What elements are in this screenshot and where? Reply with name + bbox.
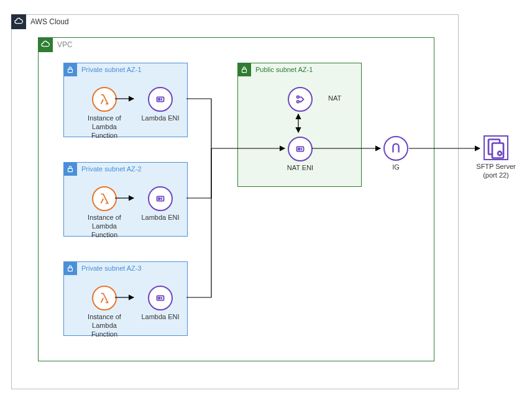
lambda-eni-node: Lambda ENI [135, 286, 185, 322]
eni-icon [148, 87, 173, 112]
lambda-instance-node: Instance ofLambda Function [80, 286, 129, 338]
lambda-icon [92, 87, 117, 112]
lambda-instance-node: Instance ofLambda Function [80, 186, 129, 239]
svg-point-5 [158, 198, 160, 200]
private-subnet-az1: Private subnet AZ-1 Instance ofLambda Fu… [63, 63, 188, 137]
aws-cloud-icon [11, 14, 26, 29]
node-label: Instance ofLambda Function [80, 214, 129, 239]
node-label: NAT ENI [287, 164, 313, 173]
subnet-label: Private subnet AZ-2 [81, 165, 142, 173]
nat-icon [288, 87, 313, 112]
node-label: Instance ofLambda Function [80, 114, 129, 140]
lambda-eni-node: Lambda ENI [135, 87, 185, 123]
node-label: Lambda ENI [141, 313, 179, 322]
ig-icon [383, 136, 408, 161]
aws-cloud-label: AWS Cloud [30, 17, 69, 26]
svg-point-13 [298, 148, 300, 150]
lock-icon [63, 162, 77, 176]
lambda-icon [92, 186, 117, 211]
subnet-label: Private subnet AZ-3 [81, 265, 142, 272]
lambda-instance-node: Instance ofLambda Function [80, 87, 129, 140]
vpc-icon [38, 37, 53, 52]
private-subnet-az3: Private subnet AZ-3 Instance ofLambda Fu… [63, 261, 188, 336]
svg-rect-6 [68, 268, 73, 271]
internet-gateway-node: IG [371, 136, 421, 172]
lambda-eni-node: Lambda ENI [135, 186, 185, 222]
eni-icon [148, 186, 173, 211]
svg-point-10 [297, 96, 300, 99]
nat-gateway-node [275, 87, 325, 114]
aws-cloud-container: AWS Cloud VPC Private subnet AZ-1 [11, 14, 459, 389]
vpc-container: VPC Private subnet AZ-1 Instance ofLambd… [38, 37, 434, 361]
node-label: NAT [328, 94, 353, 103]
svg-point-11 [297, 101, 300, 103]
node-label: Lambda ENI [141, 114, 179, 123]
node-label: Instance ofLambda Function [80, 313, 129, 338]
svg-rect-9 [242, 69, 247, 72]
node-label: IG [392, 163, 400, 172]
lambda-icon [92, 286, 117, 310]
node-label: Lambda ENI [141, 214, 179, 222]
subnet-label: Public subnet AZ-1 [255, 66, 313, 73]
private-subnet-az2: Private subnet AZ-2 Instance ofLambda Fu… [63, 162, 188, 237]
node-label: SFTP Server(port 22) [476, 163, 515, 180]
lock-icon [237, 63, 251, 76]
nat-eni-node: NAT ENI [275, 137, 325, 173]
sftp-server-node: SFTP Server(port 22) [471, 135, 521, 180]
svg-rect-0 [68, 69, 73, 72]
lock-icon [63, 261, 77, 275]
svg-rect-3 [68, 168, 73, 171]
svg-rect-15 [492, 143, 503, 158]
svg-point-8 [158, 297, 160, 299]
svg-point-2 [158, 99, 160, 101]
public-subnet-az1: Public subnet AZ-1 NAT [237, 63, 362, 187]
subnet-label: Private subnet AZ-1 [81, 66, 142, 73]
vpc-label: VPC [57, 40, 73, 49]
eni-icon [148, 286, 173, 310]
server-icon [484, 135, 508, 160]
eni-icon [288, 137, 313, 161]
lock-icon [63, 63, 77, 76]
